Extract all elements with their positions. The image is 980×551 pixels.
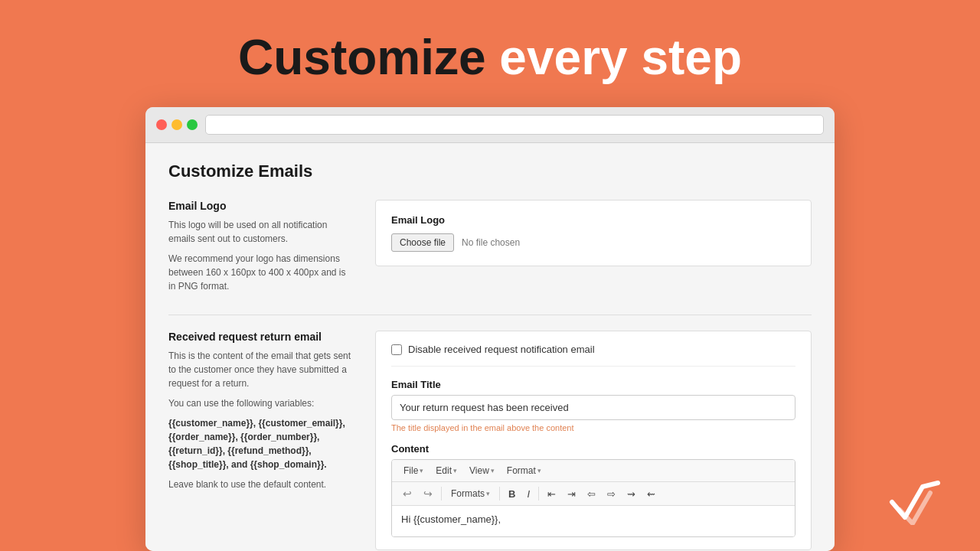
file-chevron: ▾ <box>420 467 423 474</box>
content-label: Content <box>391 443 795 455</box>
title-highlight: every step <box>499 30 742 85</box>
align-center-button[interactable]: ⇥ <box>563 486 580 502</box>
email-title-input[interactable] <box>391 395 795 420</box>
title-plain: Customize <box>238 30 499 85</box>
traffic-lights <box>156 119 198 130</box>
received-request-right: Disable received request notification em… <box>375 331 812 550</box>
traffic-light-red[interactable] <box>156 119 167 130</box>
formats-dropdown[interactable]: Formats ▾ <box>446 486 495 501</box>
toolbar-divider-3 <box>538 487 539 500</box>
content-editor-group: Content File ▾ Edit ▾ View ▾ Format ▾ <box>391 443 795 537</box>
browser-window: Customize Emails Email Logo This logo wi… <box>145 107 835 551</box>
toolbar-divider-2 <box>499 487 500 500</box>
page-title: Customize every step <box>238 31 742 84</box>
email-logo-panel-label: Email Logo <box>391 214 795 226</box>
traffic-light-green[interactable] <box>187 119 198 130</box>
checkmark-icon <box>888 479 942 528</box>
email-logo-row: Email Logo This logo will be used on all… <box>168 200 812 299</box>
traffic-light-yellow[interactable] <box>172 119 182 130</box>
email-logo-section-title: Email Logo <box>168 200 352 212</box>
menu-format[interactable]: Format ▾ <box>501 463 547 478</box>
editor-body[interactable]: Hi {{customer_name}}, <box>392 506 795 536</box>
browser-chrome <box>145 107 835 143</box>
outdent-button[interactable]: ⇜ <box>642 486 660 502</box>
no-file-label: No file chosen <box>462 237 520 248</box>
email-logo-right: Email Logo Choose file No file chosen <box>375 200 812 299</box>
undo-button[interactable]: ↩ <box>398 485 416 502</box>
editor-toolbar: ↩ ↪ Formats ▾ B I ⇤ ⇥ <box>392 482 795 506</box>
customize-emails-title: Customize Emails <box>168 161 812 181</box>
file-input-row: Choose file No file chosen <box>391 233 795 252</box>
edit-chevron: ▾ <box>453 467 457 474</box>
align-left-button[interactable]: ⇤ <box>543 486 560 502</box>
received-request-title: Received request return email <box>168 331 352 343</box>
section-divider <box>168 315 812 315</box>
received-request-row: Received request return email This is th… <box>168 331 812 550</box>
format-chevron: ▾ <box>537 467 541 474</box>
received-request-left: Received request return email This is th… <box>168 331 352 550</box>
received-request-desc1: This is the content of the email that ge… <box>168 349 352 390</box>
editor-wrapper: File ▾ Edit ▾ View ▾ Format ▾ ↩ ↪ <box>391 459 795 537</box>
align-right-button[interactable]: ⇦ <box>583 486 600 502</box>
menu-edit[interactable]: Edit ▾ <box>430 463 462 478</box>
editor-menubar: File ▾ Edit ▾ View ▾ Format ▾ <box>392 460 795 482</box>
view-chevron: ▾ <box>491 467 495 474</box>
received-request-variables: {{customer_name}}, {{customer_email}}, {… <box>168 416 352 471</box>
email-logo-desc2: We recommend your logo has dimensions be… <box>168 252 352 293</box>
italic-button[interactable]: I <box>522 486 534 502</box>
redo-button[interactable]: ↪ <box>419 485 437 502</box>
email-logo-panel: Email Logo Choose file No file chosen <box>375 200 812 266</box>
address-bar[interactable] <box>205 115 824 135</box>
menu-file[interactable]: File ▾ <box>398 463 429 478</box>
email-title-field-group: Email Title The title displayed in the e… <box>391 379 795 432</box>
page-header: Customize every step <box>238 0 742 107</box>
email-logo-desc1: This logo will be used on all notificati… <box>168 218 352 246</box>
disable-row: Disable received request notification em… <box>391 344 795 367</box>
email-title-hint: The title displayed in the email above t… <box>391 423 795 432</box>
browser-content: Customize Emails Email Logo This logo wi… <box>145 143 835 551</box>
received-request-desc3: Leave blank to use the default content. <box>168 478 352 491</box>
disable-notification-label: Disable received request notification em… <box>408 344 595 355</box>
received-request-desc2: You can use the following variables: <box>168 396 352 410</box>
menu-view[interactable]: View ▾ <box>464 463 500 478</box>
variables-text: {{customer_name}}, {{customer_email}}, {… <box>168 418 345 470</box>
page-content: Customize Emails Email Logo This logo wi… <box>145 143 835 551</box>
bold-button[interactable]: B <box>504 486 520 502</box>
indent-button[interactable]: ⇝ <box>622 486 640 502</box>
align-justify-button[interactable]: ⇨ <box>603 486 620 502</box>
disable-notification-checkbox[interactable] <box>391 344 402 355</box>
email-title-label: Email Title <box>391 379 795 390</box>
choose-file-button[interactable]: Choose file <box>391 233 454 252</box>
received-panel: Disable received request notification em… <box>375 331 812 550</box>
toolbar-divider-1 <box>441 487 442 500</box>
email-logo-left: Email Logo This logo will be used on all… <box>168 200 352 299</box>
